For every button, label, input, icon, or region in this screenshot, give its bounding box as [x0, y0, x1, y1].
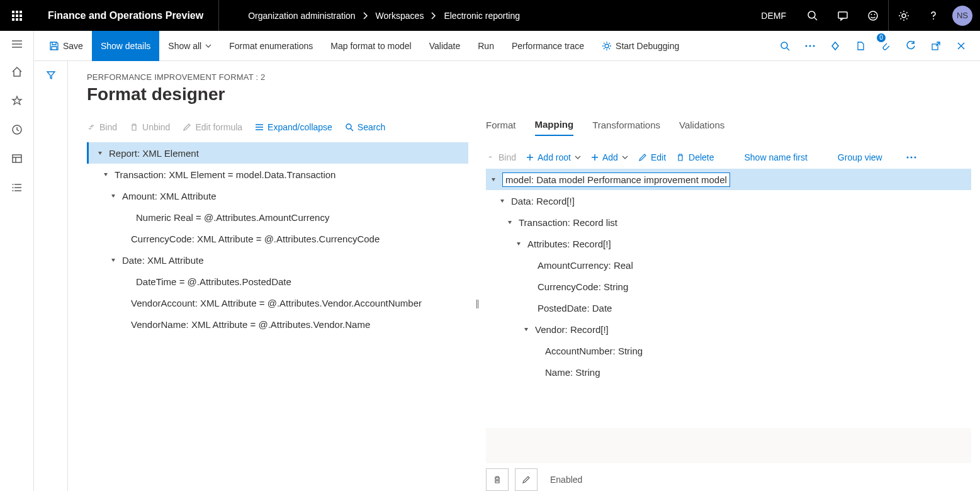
caret-down-icon[interactable]	[514, 240, 524, 247]
refresh-button[interactable]	[898, 31, 923, 61]
tab-format[interactable]: Format	[486, 120, 516, 135]
svg-point-0	[808, 11, 815, 18]
tree-node[interactable]: AccountNumber: String	[486, 340, 971, 361]
svg-point-41	[914, 157, 916, 159]
caret-down-icon[interactable]	[108, 193, 118, 199]
nav-recent[interactable]	[11, 124, 23, 135]
edit-button[interactable]: Edit	[638, 152, 666, 162]
tree-node[interactable]: Report: XML Element	[87, 142, 468, 164]
tab-validations[interactable]: Validations	[679, 120, 724, 135]
nav-favorites[interactable]	[11, 95, 23, 106]
settings-button[interactable]	[888, 0, 918, 31]
global-header: Finance and Operations Preview Organizat…	[0, 0, 980, 31]
more-mapping-button[interactable]	[906, 156, 916, 159]
nav-modules[interactable]	[11, 182, 23, 193]
search-button[interactable]	[797, 0, 828, 31]
filter-button[interactable]	[46, 70, 56, 491]
add-root-button[interactable]: Add root	[526, 152, 581, 162]
tree-node[interactable]: Transaction: Record list	[486, 212, 971, 233]
add-button[interactable]: Add	[591, 152, 628, 162]
feedback-button[interactable]	[858, 0, 888, 31]
binding-detail-placeholder	[486, 428, 971, 463]
bind-button-right[interactable]: Bind	[486, 152, 516, 162]
tree-node[interactable]: Attributes: Record[!]	[486, 233, 971, 254]
start-debugging-button[interactable]: Start Debugging	[593, 31, 688, 61]
more-button[interactable]	[797, 31, 823, 61]
edit-binding-button[interactable]	[515, 468, 538, 491]
pane-splitter[interactable]: ‖	[475, 116, 480, 491]
nav-workspaces[interactable]	[11, 153, 23, 164]
tree-node[interactable]: Amount: XML Attribute	[87, 185, 468, 206]
tree-node-label: Attributes: Record[!]	[527, 239, 611, 249]
tree-node[interactable]: Numeric Real = @.Attributes.AmountCurren…	[87, 206, 468, 228]
caret-down-icon[interactable]	[488, 176, 498, 183]
binding-actions: Enabled	[486, 468, 971, 491]
save-label: Save	[63, 41, 83, 51]
breadcrumb-item[interactable]: Workspaces	[376, 11, 424, 21]
tree-node[interactable]: Transaction: XML Element = model.Data.Tr…	[87, 164, 468, 185]
tree-node[interactable]: AmountCurrency: Real	[486, 254, 971, 276]
breadcrumb-item[interactable]: Electronic reporting	[444, 11, 520, 21]
validate-button[interactable]: Validate	[420, 31, 470, 61]
tree-node[interactable]: DateTime = @.Attributes.PostedDate	[87, 271, 468, 292]
group-view-button[interactable]: Group view	[838, 152, 882, 162]
nav-home[interactable]	[11, 66, 23, 77]
refresh-icon	[906, 41, 916, 51]
caret-down-icon[interactable]	[101, 171, 111, 178]
tree-node[interactable]: Date: XML Attribute	[87, 249, 468, 271]
tree-node-label: Numeric Real = @.Attributes.AmountCurren…	[136, 212, 329, 223]
caret-down-icon[interactable]	[95, 150, 105, 156]
popout-button[interactable]	[923, 31, 949, 61]
tree-node-label: Report: XML Element	[109, 148, 199, 159]
save-button[interactable]: Save	[40, 31, 92, 61]
tab-mapping[interactable]: Mapping	[535, 119, 574, 136]
delete-binding-button[interactable]	[486, 468, 509, 491]
options-button[interactable]	[848, 31, 873, 61]
app-launcher-button[interactable]	[0, 0, 34, 31]
tree-node[interactable]: CurrencyCode: String	[486, 276, 971, 297]
tab-transformations[interactable]: Transformations	[592, 120, 660, 135]
caret-down-icon[interactable]	[505, 219, 515, 225]
help-button[interactable]	[918, 0, 949, 31]
run-button[interactable]: Run	[469, 31, 503, 61]
tree-node[interactable]: PostedDate: Date	[486, 297, 971, 319]
show-all-button[interactable]: Show all	[159, 31, 220, 61]
unbind-button[interactable]: Unbind	[130, 122, 170, 132]
tree-node[interactable]: Name: String	[486, 361, 971, 383]
tree-node[interactable]: Vendor: Record[!]	[486, 319, 971, 340]
caret-down-icon[interactable]	[521, 326, 531, 332]
show-details-button[interactable]: Show details	[92, 31, 159, 61]
bind-button[interactable]: Bind	[87, 122, 117, 132]
search-icon	[807, 10, 818, 21]
delete-button[interactable]: Delete	[676, 152, 714, 162]
search-cmd-button[interactable]	[772, 31, 797, 61]
edit-formula-button[interactable]: Edit formula	[183, 122, 242, 132]
tree-node[interactable]: VendorAccount: XML Attribute = @.Attribu…	[87, 292, 468, 313]
user-avatar[interactable]: NS	[952, 6, 972, 26]
performance-trace-button[interactable]: Performance trace	[503, 31, 593, 61]
close-button[interactable]	[949, 31, 974, 61]
tree-node-label: VendorAccount: XML Attribute = @.Attribu…	[131, 298, 422, 308]
show-name-first-button[interactable]: Show name first	[744, 152, 807, 162]
pin-button[interactable]	[823, 31, 848, 61]
chevron-down-icon	[622, 155, 628, 159]
tree-node[interactable]: CurrencyCode: XML Attribute = @.Attribut…	[87, 228, 468, 249]
expand-collapse-button[interactable]: Expand/collapse	[255, 122, 332, 132]
breadcrumb-item[interactable]: Organization administration	[248, 11, 355, 21]
chevron-right-icon	[362, 12, 369, 20]
show-all-label: Show all	[168, 41, 201, 51]
nav-expand-button[interactable]	[11, 40, 23, 48]
caret-down-icon[interactable]	[108, 257, 118, 263]
format-enum-button[interactable]: Format enumerations	[220, 31, 322, 61]
search-tree-button[interactable]: Search	[345, 122, 385, 132]
svg-point-39	[906, 157, 908, 159]
company-selector[interactable]: DEMF	[750, 11, 797, 21]
attachment-badge: 0	[877, 33, 886, 42]
tree-node[interactable]: Data: Record[!]	[486, 190, 971, 212]
tree-node[interactable]: model: Data model Performance improvemen…	[486, 169, 971, 190]
messages-button[interactable]	[828, 0, 858, 31]
attachments-button[interactable]: 0	[873, 31, 898, 61]
caret-down-icon[interactable]	[497, 198, 507, 204]
map-format-button[interactable]: Map format to model	[322, 31, 420, 61]
tree-node[interactable]: VendorName: XML Attribute = @.Attributes…	[87, 313, 468, 335]
